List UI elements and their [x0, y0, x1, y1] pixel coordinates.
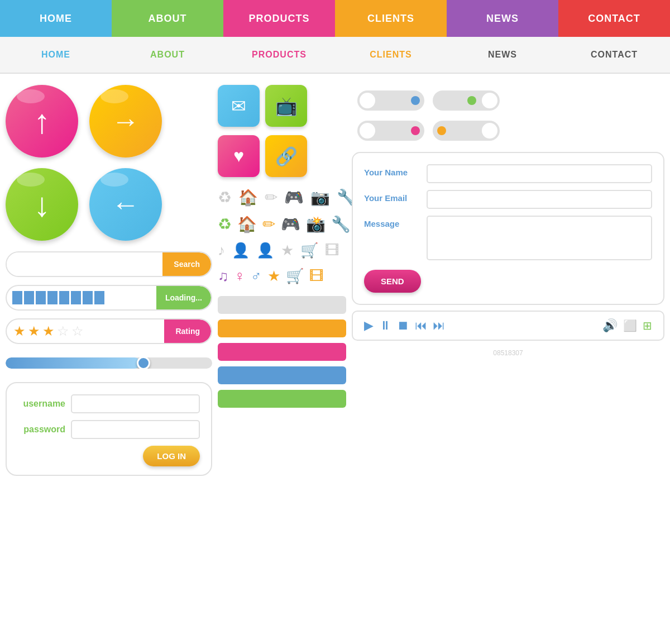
house-gray-icon: 🏠 — [238, 188, 258, 207]
nav-products-white[interactable]: PRODUCTS — [223, 37, 335, 73]
main-content: ↑ → ↓ ← Search — [0, 74, 670, 487]
login-button[interactable]: LOG IN — [143, 446, 200, 466]
contact-email-label: Your Email — [364, 190, 420, 203]
toggle-thumb-2 — [481, 92, 499, 109]
nav-home-colored[interactable]: HOME — [0, 0, 112, 37]
next-button[interactable]: ⏭ — [433, 318, 445, 333]
search-button[interactable]: Search — [162, 252, 211, 276]
player-controls: ▶ ⏸ ⏹ ⏮ ⏭ — [364, 318, 445, 333]
gamepad-gray-icon: 🎮 — [284, 188, 304, 207]
rating-stars: ★ ★ ★ ☆ ☆ — [7, 323, 164, 339]
play-button[interactable]: ▶ — [364, 318, 374, 333]
cart-color-icon: 🛒 — [286, 268, 304, 285]
tab-bar-green[interactable] — [218, 390, 346, 408]
star-5[interactable]: ☆ — [71, 323, 84, 339]
password-input[interactable] — [71, 420, 200, 439]
left-column: ↑ → ↓ ← Search — [6, 85, 212, 476]
man-gray-icon: 👤 — [256, 242, 274, 259]
stop-button[interactable]: ⏹ — [397, 318, 409, 333]
pencil-gray-icon: ✏ — [265, 188, 277, 207]
star-2[interactable]: ★ — [28, 323, 40, 339]
rating-button[interactable]: Rating — [164, 319, 211, 343]
loading-block — [94, 291, 104, 304]
loading-block — [59, 291, 69, 304]
contact-name-input[interactable] — [427, 164, 652, 183]
left-arrow-button[interactable]: ← — [89, 168, 162, 241]
nav-white: HOME ABOUT PRODUCTS CLIENTS NEWS CONTACT — [0, 37, 670, 74]
progress-fill — [6, 357, 140, 369]
contact-email-row: Your Email — [364, 190, 652, 209]
wrench-color-icon: 🔧 — [331, 215, 351, 233]
heart-icon-box[interactable]: ♥ — [218, 135, 260, 177]
right-arrow-button[interactable]: → — [89, 85, 162, 158]
nav-contact-white[interactable]: CONTACT — [558, 37, 670, 73]
up-arrow-icon: ↑ — [34, 102, 50, 141]
music-gray-icon: ♪ — [218, 242, 225, 259]
loading-block — [47, 291, 58, 304]
exit-icon[interactable]: ⊞ — [643, 319, 652, 332]
loading-block — [83, 291, 93, 304]
down-arrow-button[interactable]: ↓ — [6, 168, 78, 241]
left-arrow-icon: ← — [112, 188, 140, 221]
nav-clients-colored[interactable]: CLIENTS — [335, 0, 447, 37]
username-input[interactable] — [71, 394, 200, 413]
nav-news-white[interactable]: NEWS — [447, 37, 558, 73]
star-1[interactable]: ★ — [13, 323, 26, 339]
colored-person-row: ♫ ♀ ♂ ★ 🛒 🎞 — [218, 268, 346, 285]
music-color-icon: ♫ — [218, 268, 229, 285]
recycle-gray-icon: ♻ — [218, 188, 232, 207]
toggle-4-track[interactable] — [433, 121, 500, 141]
nav-contact-colored[interactable]: CONTACT — [558, 0, 670, 37]
nav-clients-white[interactable]: CLIENTS — [335, 37, 447, 73]
contact-email-input[interactable] — [427, 190, 652, 209]
progress-handle[interactable] — [137, 357, 150, 369]
link-icon-box[interactable]: 🔗 — [265, 135, 307, 177]
tab-bar-orange[interactable] — [218, 319, 346, 337]
progress-slider-container — [6, 352, 212, 374]
tab-bar-gray[interactable] — [218, 296, 346, 314]
star-3[interactable]: ★ — [42, 323, 55, 339]
loading-progress — [7, 291, 156, 304]
star-4[interactable]: ☆ — [57, 323, 69, 339]
nav-products-colored[interactable]: PRODUCTS — [223, 0, 335, 37]
nav-about-white[interactable]: ABOUT — [112, 37, 223, 73]
tab-bar-blue[interactable] — [218, 366, 346, 384]
search-bar: Search — [6, 251, 212, 277]
username-row: username — [18, 394, 200, 413]
nav-about-colored[interactable]: ABOUT — [112, 0, 223, 37]
up-arrow-button[interactable]: ↑ — [6, 85, 78, 158]
login-btn-row: LOG IN — [18, 446, 200, 466]
toggle-3-track[interactable] — [357, 121, 424, 141]
password-label: password — [18, 424, 65, 435]
contact-name-row: Your Name — [364, 164, 652, 183]
nav-news-colored[interactable]: NEWS — [447, 0, 558, 37]
loading-block — [36, 291, 46, 304]
middle-column: ✉ 📺 ♥ 🔗 ♻ 🏠 ✏ 🎮 📷 🔧 ♻ 🏠 ✏ 🎮 📸 🔧 ♪ — [218, 85, 346, 476]
screen-icon[interactable]: ⬜ — [623, 319, 637, 332]
loading-button[interactable]: Loading... — [156, 286, 211, 309]
pause-button[interactable]: ⏸ — [379, 318, 391, 333]
progress-slider[interactable] — [6, 357, 212, 369]
gamepad-color-icon: 🎮 — [281, 215, 300, 233]
username-label: username — [18, 399, 65, 409]
toggle-1[interactable] — [357, 90, 424, 111]
tab-bar-pink[interactable] — [218, 343, 346, 361]
toggle-2-track[interactable] — [433, 90, 500, 111]
mail-icon-box[interactable]: ✉ — [218, 85, 260, 127]
contact-form: Your Name Your Email Message SEND — [352, 152, 664, 305]
nav-home-white[interactable]: HOME — [0, 37, 112, 73]
toggle-dot-blue — [411, 96, 420, 105]
right-column: Your Name Your Email Message SEND ▶ ⏸ ⏹ … — [352, 85, 664, 476]
toggle-thumb-4 — [481, 122, 499, 140]
contact-message-label: Message — [364, 216, 420, 228]
loading-block — [24, 291, 34, 304]
right-arrow-icon: → — [112, 105, 140, 137]
send-button[interactable]: SEND — [364, 270, 421, 293]
tv-icon-box[interactable]: 📺 — [265, 85, 307, 127]
volume-icon[interactable]: 🔊 — [602, 318, 618, 333]
prev-button[interactable]: ⏮ — [415, 318, 427, 333]
gray-person-row: ♪ 👤 👤 ★ 🛒 🎞 — [218, 239, 346, 262]
search-input[interactable] — [7, 252, 162, 276]
icon-boxes-row1: ✉ 📺 — [218, 85, 346, 127]
contact-message-input[interactable] — [427, 216, 652, 260]
